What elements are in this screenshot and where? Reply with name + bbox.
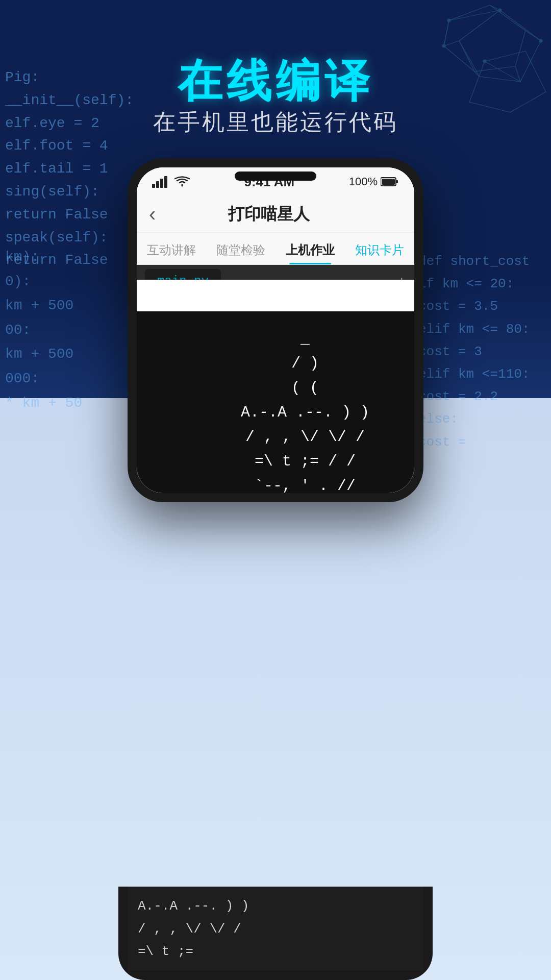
svg-rect-23 [382,179,395,185]
svg-rect-18 [156,181,159,188]
wifi-icon [174,176,190,188]
bottom-line-1: / , , \/ \/ / [138,918,413,940]
svg-rect-22 [396,180,398,183]
phone-outer-shell: 9:41 AM 100% ‹ 打印喵星人 互动讲解 随堂检验 [128,158,423,502]
tab-interactive[interactable]: 互动讲解 [137,233,206,264]
svg-line-9 [444,41,459,46]
ascii-line-5: =\ t ;= / / [137,449,414,474]
result-panel: 运行结果 _ / ) ( ( A.-.A .--. ) ) / , , \/ \… [137,280,414,493]
tab-quiz[interactable]: 随堂检验 [206,233,276,264]
result-terminal: _ / ) ( ( A.-.A .--. ) ) / , , \/ \/ / =… [137,311,414,493]
bottom-line-2: =\ t ;= [138,940,413,963]
svg-point-14 [447,19,450,22]
code-bg-left2: km): 0): km + 500 00: km + 500 000: * km… [0,245,92,415]
svg-line-4 [525,31,541,41]
svg-rect-20 [164,176,167,188]
phone-notch [235,172,316,181]
battery-percent: 100% [349,175,378,188]
svg-rect-17 [152,184,155,188]
ascii-line-2: ( ( [137,376,414,400]
ascii-line-3: A.-.A .--. ) ) [137,400,414,425]
svg-point-12 [498,9,502,12]
status-left [152,176,190,188]
signal-icon [152,176,170,188]
phone-bottom-strip: A.-.A .--. ) ) / , , \/ \/ / =\ t ;= [118,887,433,980]
back-button[interactable]: ‹ [149,203,156,226]
page-title: 打印喵星人 [164,203,373,226]
phone-screen: 9:41 AM 100% ‹ 打印喵星人 互动讲解 随堂检验 [137,167,414,493]
ascii-line-1: / ) [137,351,414,376]
svg-line-3 [449,10,500,20]
bottom-line-0: A.-.A .--. ) ) [138,895,413,917]
tab-flashcard[interactable]: 知识卡片 [345,233,414,264]
status-right: 100% [349,175,399,188]
ascii-line-0: _ [137,327,414,351]
phone-mockup: 9:41 AM 100% ‹ 打印喵星人 互动讲解 随堂检验 [128,158,423,502]
ascii-line-6: `--, ' . // [137,474,414,493]
code-bg-right: def short_cost if km <= 20: cost = 3.5 e… [418,250,551,453]
tab-homework[interactable]: 上机作业 [276,233,345,264]
svg-line-8 [444,20,449,46]
svg-point-16 [442,44,445,47]
result-header: 运行结果 [137,280,414,311]
battery-icon [381,177,399,187]
nav-bar: ‹ 打印喵星人 [137,196,414,233]
tab-bar: 互动讲解 随堂检验 上机作业 知识卡片 [137,233,414,265]
hero-subtitle: 在手机里也能运行代码 [0,107,551,137]
ascii-line-4: / , , \/ \/ / [137,425,414,449]
svg-rect-19 [160,179,163,188]
svg-point-13 [539,39,542,42]
hero-title: 在线编译 [0,51,551,112]
